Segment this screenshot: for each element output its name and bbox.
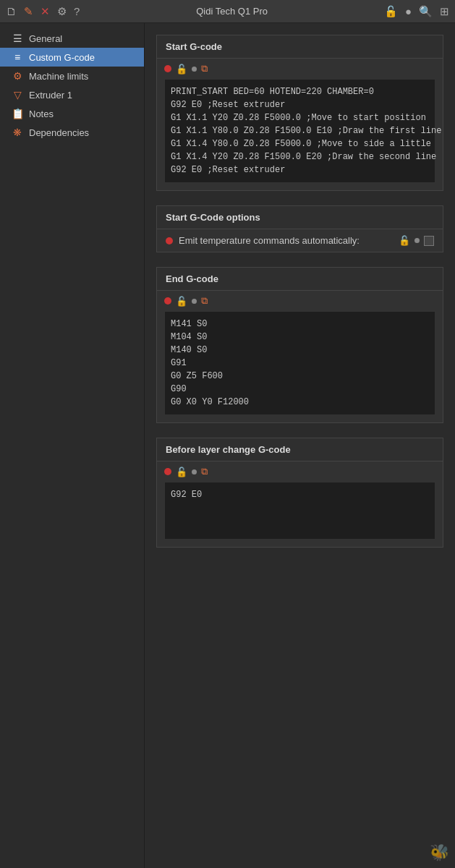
- emit-lock-icon[interactable]: 🔓: [399, 235, 410, 246]
- sidebar-label-extruder1: Extruder 1: [29, 90, 72, 101]
- end-gcode-header: End G-code: [157, 268, 443, 291]
- titlebar-right-icons: 🔓 ● 🔍 ⊞: [384, 5, 449, 18]
- sidebar-label-machine-limits: Machine limits: [29, 71, 88, 82]
- end-gcode-controls: 🔓 ⧉: [157, 291, 443, 311]
- content-area: Start G-code 🔓 ⧉ PRINT_START BED=60 HOTE…: [145, 23, 455, 868]
- main-layout: ☰ General ≡ Custom G-code ⚙ Machine limi…: [0, 23, 455, 868]
- before-layer-change-controls: 🔓 ⧉: [157, 461, 443, 482]
- start-gcode-dot: [192, 67, 197, 72]
- sidebar-item-machine-limits[interactable]: ⚙ Machine limits: [0, 67, 144, 85]
- sidebar-item-dependencies[interactable]: ❋ Dependencies: [0, 123, 144, 142]
- emit-temperature-row: Emit temperature commands automatically:…: [157, 229, 443, 252]
- app-title: Qidi Tech Q1 Pro: [80, 6, 384, 17]
- before-layer-lock-icon[interactable]: 🔓: [176, 467, 187, 477]
- help-title-icon[interactable]: ?: [74, 5, 80, 17]
- emit-temperature-label: Emit temperature commands automatically:: [179, 235, 393, 246]
- start-gcode-options-section: Start G-Code options Emit temperature co…: [156, 205, 443, 252]
- gear-title-icon[interactable]: ⚙: [57, 5, 67, 18]
- sidebar: ☰ General ≡ Custom G-code ⚙ Machine limi…: [0, 23, 145, 868]
- start-gcode-edit-icon[interactable]: ⧉: [201, 63, 208, 75]
- end-gcode-lock-icon[interactable]: 🔓: [176, 296, 187, 307]
- start-gcode-lock-icon[interactable]: 🔓: [176, 64, 187, 75]
- before-layer-change-editor[interactable]: G92 E0: [164, 482, 435, 540]
- sidebar-item-extruder1[interactable]: ▽ Extruder 1: [0, 85, 144, 104]
- edit-title-icon[interactable]: ✎: [24, 5, 33, 18]
- emit-dot: [414, 238, 420, 243]
- sidebar-label-dependencies: Dependencies: [29, 127, 89, 138]
- sidebar-item-notes[interactable]: 📋 Notes: [0, 104, 144, 123]
- before-layer-change-section: Before layer change G-code 🔓 ⧉ G92 E0: [156, 438, 443, 548]
- start-gcode-editor[interactable]: PRINT_START BED=60 HOTEND=220 CHAMBER=0 …: [164, 79, 435, 183]
- end-gcode-editor[interactable]: M141 S0 M104 S0 M140 S0 G91 G0 Z5 F600 G…: [164, 311, 435, 415]
- document-icon[interactable]: 🗋: [6, 5, 17, 17]
- titlebar: 🗋 ✎ ✕ ⚙ ? Qidi Tech Q1 Pro 🔓 ● 🔍 ⊞: [0, 0, 455, 23]
- extruder-icon: ▽: [12, 89, 23, 101]
- machine-limits-icon: ⚙: [12, 70, 23, 82]
- emit-red-dot: [166, 237, 173, 244]
- emit-checkbox[interactable]: [424, 236, 434, 246]
- sidebar-item-custom-gcode[interactable]: ≡ Custom G-code: [0, 48, 144, 67]
- start-gcode-controls: 🔓 ⧉: [157, 59, 443, 79]
- general-icon: ☰: [12, 33, 23, 44]
- end-gcode-dot: [192, 299, 197, 304]
- search-title-icon[interactable]: 🔍: [419, 5, 433, 18]
- emit-checkbox-area: 🔓: [399, 235, 434, 246]
- start-gcode-header: Start G-code: [157, 35, 443, 59]
- start-gcode-options-header: Start G-Code options: [157, 206, 443, 229]
- before-layer-edit-icon[interactable]: ⧉: [201, 466, 208, 477]
- layout-title-icon[interactable]: ⊞: [440, 5, 449, 18]
- before-layer-change-header: Before layer change G-code: [157, 438, 443, 461]
- lock-title-icon[interactable]: 🔓: [384, 5, 398, 18]
- custom-gcode-icon: ≡: [12, 51, 23, 63]
- notes-icon: 📋: [12, 108, 23, 119]
- start-gcode-red-dot: [164, 65, 171, 72]
- end-gcode-edit-icon[interactable]: ⧉: [201, 295, 208, 307]
- titlebar-left-icons: 🗋 ✎ ✕ ⚙ ?: [6, 5, 80, 18]
- before-layer-red-dot: [164, 468, 171, 475]
- dot-title-icon: ●: [405, 5, 412, 17]
- dependencies-icon: ❋: [12, 127, 23, 138]
- start-gcode-section: Start G-code 🔓 ⧉ PRINT_START BED=60 HOTE…: [156, 35, 443, 191]
- end-gcode-red-dot: [164, 297, 171, 305]
- sidebar-label-custom-gcode: Custom G-code: [29, 52, 95, 63]
- sidebar-label-notes: Notes: [29, 109, 54, 119]
- end-gcode-section: End G-code 🔓 ⧉ M141 S0 M104 S0 M140 S0 G…: [156, 267, 443, 423]
- before-layer-dot: [192, 469, 197, 475]
- sidebar-label-general: General: [29, 33, 62, 44]
- close-title-icon[interactable]: ✕: [41, 5, 50, 18]
- sidebar-item-general[interactable]: ☰ General: [0, 29, 144, 48]
